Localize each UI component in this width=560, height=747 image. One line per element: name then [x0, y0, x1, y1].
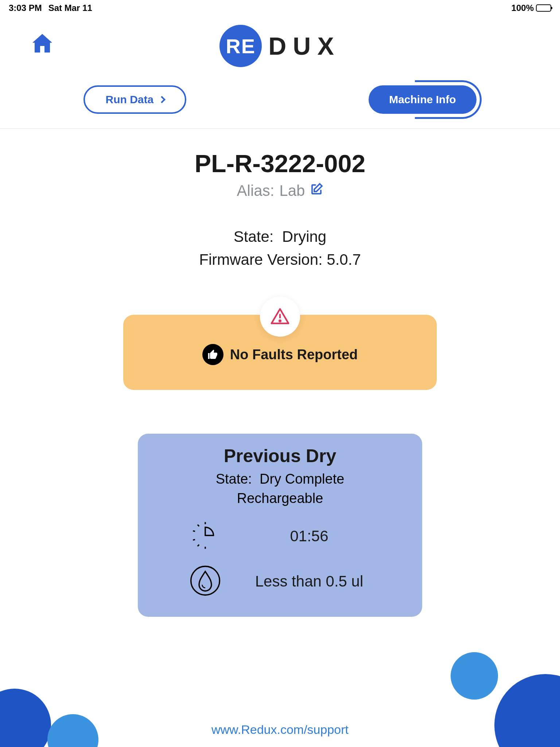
alias-value: Lab: [279, 182, 305, 200]
decorative-circle: [0, 689, 51, 747]
battery-icon: [536, 4, 551, 12]
status-time: 3:03 PM: [9, 3, 42, 13]
svg-point-1: [279, 320, 281, 322]
svg-line-5: [193, 540, 195, 540]
svg-line-4: [193, 531, 195, 531]
logo-circle: RE: [219, 25, 262, 67]
alert-triangle-icon: [270, 306, 290, 327]
chevron-right-icon: [158, 96, 166, 103]
edit-icon[interactable]: [310, 182, 323, 200]
status-date: Sat Mar 11: [48, 3, 92, 13]
duration-value: 01:56: [247, 527, 404, 545]
decorative-circle: [494, 674, 560, 747]
tab-run-data-label: Run Data: [105, 93, 153, 106]
state-block: State: Drying Firmware Version: 5.0.7: [0, 225, 560, 271]
alias-label: Alias:: [237, 182, 275, 200]
tab-machine-info-label: Machine Info: [389, 93, 456, 106]
fault-message: No Faults Reported: [230, 347, 358, 363]
state-label: State:: [234, 228, 274, 245]
prev-state-line1: Dry Complete: [260, 471, 344, 487]
home-icon[interactable]: [29, 31, 55, 58]
timer-icon: [189, 519, 222, 553]
firmware-value: 5.0.7: [327, 251, 361, 268]
alias-row: Alias: Lab: [0, 182, 560, 200]
tab-run-data[interactable]: Run Data: [83, 85, 186, 114]
tab-bar: Run Data Machine Info: [0, 82, 560, 129]
tab-machine-info-wrapper: Machine Info: [369, 85, 476, 114]
battery-percent: 100%: [512, 3, 534, 13]
fault-card: No Faults Reported: [123, 315, 437, 390]
water-drop-icon: [189, 564, 222, 599]
tab-machine-info[interactable]: Machine Info: [369, 85, 476, 114]
logo: RE DUX: [219, 25, 341, 67]
thumbs-up-icon: [202, 344, 223, 365]
firmware-label: Firmware Version:: [199, 251, 322, 268]
app-header: RE DUX: [0, 16, 560, 82]
previous-dry-card: Previous Dry State: Dry Complete Recharg…: [138, 434, 422, 617]
svg-line-3: [198, 525, 199, 526]
prev-state-line2: Rechargeable: [237, 491, 323, 506]
support-link[interactable]: www.Redux.com/support: [211, 723, 349, 737]
logo-text: DUX: [268, 32, 341, 60]
machine-id: PL-R-3222-002: [0, 149, 560, 178]
main-content: PL-R-3222-002 Alias: Lab State: Drying F…: [0, 129, 560, 617]
decorative-circle: [47, 714, 98, 747]
decorative-circle: [451, 652, 498, 700]
moisture-value: Less than 0.5 ul: [247, 573, 404, 590]
status-bar: 3:03 PM Sat Mar 11 100%: [0, 0, 560, 16]
previous-title: Previous Dry: [156, 445, 404, 467]
state-value: Drying: [282, 228, 326, 245]
prev-state-label: State:: [216, 471, 252, 487]
alert-circle: [260, 297, 300, 337]
svg-line-6: [198, 545, 199, 546]
